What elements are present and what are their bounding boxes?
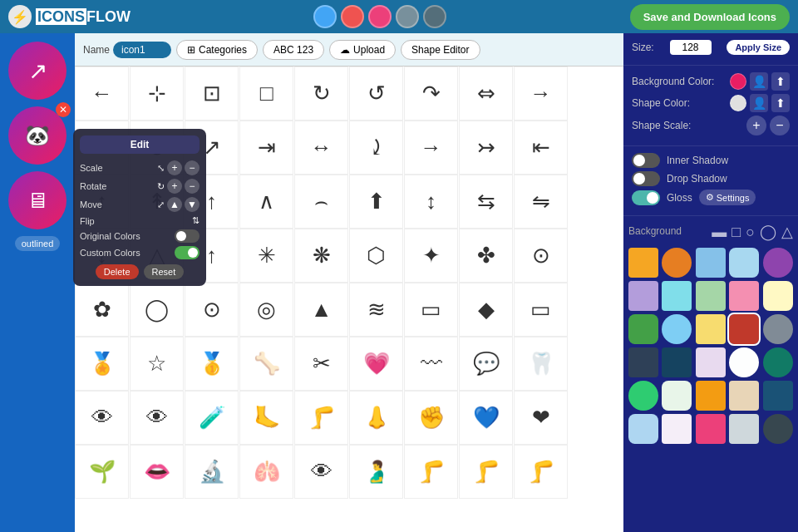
icon-cell[interactable]: 🦴: [239, 337, 293, 391]
icon-cell[interactable]: ⤸: [349, 121, 403, 175]
move-down[interactable]: ▼: [185, 197, 200, 212]
icon-cell[interactable]: ▭: [404, 283, 458, 337]
icon-cell[interactable]: 🦵: [514, 445, 568, 499]
preview-icon-3[interactable]: 🖥: [8, 171, 66, 229]
shape-color-btn1[interactable]: 👤: [750, 94, 768, 112]
bg-item[interactable]: [696, 414, 726, 444]
shape-opt-triangle[interactable]: △: [781, 223, 793, 241]
icon-cell[interactable]: 🦵: [294, 391, 348, 445]
icon-cell[interactable]: 🫁: [239, 445, 293, 499]
bg-item[interactable]: [662, 281, 692, 311]
bg-item[interactable]: [696, 248, 726, 278]
icon-cell[interactable]: ⇋: [514, 175, 568, 229]
bg-item[interactable]: [696, 347, 726, 377]
color-swatch-blue[interactable]: [313, 5, 337, 28]
bg-item[interactable]: [696, 281, 726, 311]
bg-item[interactable]: [628, 414, 658, 444]
icon-cell[interactable]: [569, 121, 623, 175]
bg-item[interactable]: [662, 347, 692, 377]
icon-cell[interactable]: ↔: [294, 121, 348, 175]
icon-cell[interactable]: 👁: [130, 391, 184, 445]
bg-item[interactable]: [763, 414, 793, 444]
delete-button[interactable]: Delete: [96, 264, 139, 279]
upload-button[interactable]: ☁ Upload: [329, 40, 396, 60]
icon-cell[interactable]: ⊙: [514, 229, 568, 283]
icon-cell[interactable]: 🦵: [404, 445, 458, 499]
icon-cell[interactable]: 🦷: [514, 337, 568, 391]
icon-cell[interactable]: ✤: [459, 229, 513, 283]
icon-cell[interactable]: 🦵: [459, 445, 513, 499]
reset-button[interactable]: Reset: [144, 264, 185, 279]
rotate-minus[interactable]: −: [185, 179, 200, 194]
bg-color-btn1[interactable]: 👤: [750, 72, 768, 91]
icon-cell[interactable]: [569, 391, 623, 445]
rotate-plus[interactable]: +: [167, 179, 182, 194]
color-swatch-red[interactable]: [341, 5, 364, 28]
icon-cell[interactable]: ↣: [459, 121, 513, 175]
shape-opt-rect[interactable]: ▬: [712, 224, 727, 241]
bg-item[interactable]: [763, 347, 793, 377]
bg-item[interactable]: [628, 314, 658, 344]
bg-item[interactable]: [696, 314, 726, 344]
bg-item[interactable]: [729, 248, 759, 278]
icon-cell[interactable]: ❋: [294, 229, 348, 283]
bg-item[interactable]: [729, 314, 759, 344]
scale-plus[interactable]: +: [167, 160, 182, 175]
icon-cell[interactable]: ⬡: [349, 229, 403, 283]
icon-cell[interactable]: 💙: [459, 391, 513, 445]
icon-cell[interactable]: ⊹: [130, 66, 184, 121]
color-swatch-gray[interactable]: [396, 5, 419, 28]
bg-item[interactable]: [729, 414, 759, 444]
icon-cell[interactable]: ❤: [514, 391, 568, 445]
icon-cell[interactable]: →: [404, 121, 458, 175]
delete-badge[interactable]: ✕: [56, 102, 71, 117]
icon-cell[interactable]: ⬆: [349, 175, 403, 229]
icon-cell[interactable]: ⊙: [185, 283, 239, 337]
icon-cell[interactable]: ↷: [404, 66, 458, 121]
shape-opt-rect2[interactable]: □: [732, 224, 741, 241]
icon-cell[interactable]: ⇥: [239, 121, 293, 175]
icon-cell[interactable]: ⇤: [514, 121, 568, 175]
icon-cell[interactable]: 👄: [130, 445, 184, 499]
bg-item[interactable]: [729, 347, 759, 377]
scale-plus-btn[interactable]: +: [746, 116, 766, 135]
bg-item[interactable]: [628, 248, 658, 278]
size-input[interactable]: [670, 40, 712, 55]
icon-cell[interactable]: 🏅: [75, 337, 129, 391]
icon-cell[interactable]: [569, 66, 623, 121]
custom-colors-toggle[interactable]: [175, 246, 200, 259]
icon-cell[interactable]: ☆: [130, 337, 184, 391]
bg-item[interactable]: [628, 347, 658, 377]
apply-size-button[interactable]: Apply Size: [727, 40, 790, 55]
move-up[interactable]: ▲: [167, 197, 182, 212]
icon-cell[interactable]: →: [514, 66, 568, 121]
icon-cell[interactable]: 〰: [404, 337, 458, 391]
icon-cell[interactable]: 🫃: [349, 445, 403, 499]
icon-cell[interactable]: ✿: [75, 283, 129, 337]
icon-cell[interactable]: [569, 175, 623, 229]
bg-item[interactable]: [729, 281, 759, 311]
icon-cell[interactable]: ←: [75, 66, 129, 121]
color-swatch-pink[interactable]: [368, 5, 392, 28]
icon-cell[interactable]: ✳: [239, 229, 293, 283]
icon-cell[interactable]: [569, 283, 623, 337]
icon-cell[interactable]: ⊡: [185, 66, 239, 121]
bg-item[interactable]: [662, 314, 692, 344]
bg-item[interactable]: [628, 381, 658, 411]
outlined-label[interactable]: outlined: [15, 236, 61, 251]
bg-item[interactable]: [763, 248, 793, 278]
icon-cell[interactable]: 👃: [349, 391, 403, 445]
icon-cell[interactable]: ▭: [514, 283, 568, 337]
icon-cell[interactable]: ≋: [349, 283, 403, 337]
icon-cell[interactable]: 👁: [75, 391, 129, 445]
scale-minus-btn[interactable]: −: [770, 116, 790, 135]
icon-cell[interactable]: ↕: [404, 175, 458, 229]
bg-item[interactable]: [729, 381, 759, 411]
icon-cell[interactable]: [569, 445, 623, 499]
inner-shadow-toggle[interactable]: [632, 153, 660, 168]
bg-item[interactable]: [763, 381, 793, 411]
icon-cell[interactable]: ⇔: [459, 66, 513, 121]
shape-editor-button[interactable]: Shape Editor: [401, 40, 480, 60]
bg-item[interactable]: [763, 281, 793, 311]
icon-cell[interactable]: ◯: [130, 283, 184, 337]
